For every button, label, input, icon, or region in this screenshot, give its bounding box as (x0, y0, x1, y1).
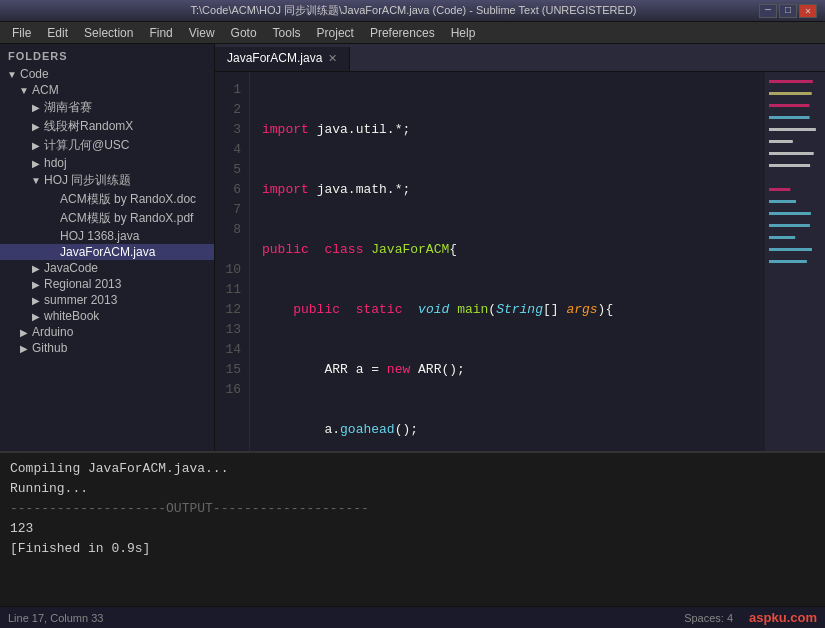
minimap (765, 72, 825, 451)
sidebar-item-hoj[interactable]: ▼ HOJ 同步训练题 (0, 171, 214, 190)
code-line-3: public class JavaForACM{ (262, 240, 753, 260)
tree-label-geo: 计算几何@USC (44, 137, 214, 154)
tree-label-summer: summer 2013 (44, 293, 214, 307)
content-area: FOLDERS ▼ Code ▼ ACM ▶ 湖南省赛 ▶ 线段树RandomX (0, 44, 825, 451)
tree-label-segment: 线段树RandomX (44, 118, 214, 135)
tab-javaforacm[interactable]: JavaForACM.java ✕ (215, 47, 350, 71)
window-title: T:\Code\ACM\HOJ 同步训练题\JavaForACM.java (C… (68, 3, 759, 18)
tree-label-hoj1368: HOJ 1368.java (60, 229, 214, 243)
sidebar-item-pdf1[interactable]: ACM模版 by RandoX.pdf (0, 209, 214, 228)
sidebar-item-segment[interactable]: ▶ 线段树RandomX (0, 117, 214, 136)
tree-label-whitebook: whiteBook (44, 309, 214, 323)
code-line-1: import java.util.*; (262, 120, 753, 140)
menu-help[interactable]: Help (443, 22, 484, 43)
line-numbers: 1 2 3 4 5 6 7 8 9 10 11 12 13 14 15 16 (215, 72, 250, 451)
sidebar-item-summer[interactable]: ▶ summer 2013 (0, 292, 214, 308)
tree-arrow-hdoj: ▶ (28, 158, 44, 169)
sidebar-item-code[interactable]: ▼ Code (0, 66, 214, 82)
tree-label-arduino: Arduino (32, 325, 214, 339)
tree-arrow-geo: ▶ (28, 140, 44, 151)
output-line-2: Running... (10, 479, 815, 499)
tab-bar: JavaForACM.java ✕ (215, 44, 825, 72)
watermark-aspku: aspku.com (749, 610, 817, 625)
menu-project[interactable]: Project (309, 22, 362, 43)
menu-preferences[interactable]: Preferences (362, 22, 443, 43)
tree-label-pdf1: ACM模版 by RandoX.pdf (60, 210, 214, 227)
tree-arrow-hunan: ▶ (28, 102, 44, 113)
code-editor[interactable]: import java.util.*; import java.math.*; … (250, 72, 765, 451)
code-line-6: a.goahead(); (262, 420, 753, 440)
sidebar-item-acm[interactable]: ▼ ACM (0, 82, 214, 98)
tree-arrow-hoj: ▼ (28, 175, 44, 186)
tree-label-javaforacm: JavaForACM.java (60, 245, 214, 259)
menu-view[interactable]: View (181, 22, 223, 43)
close-button[interactable]: ✕ (799, 4, 817, 18)
output-line-4: 123 (10, 519, 815, 539)
sidebar-item-hdoj[interactable]: ▶ hdoj (0, 155, 214, 171)
tree-arrow-summer: ▶ (28, 295, 44, 306)
menu-tools[interactable]: Tools (265, 22, 309, 43)
tree-arrow-javacode: ▶ (28, 263, 44, 274)
menu-file[interactable]: File (4, 22, 39, 43)
sidebar-item-hunan[interactable]: ▶ 湖南省赛 (0, 98, 214, 117)
tree-arrow-acm: ▼ (16, 85, 32, 96)
tree-label-regional: Regional 2013 (44, 277, 214, 291)
menu-find[interactable]: Find (141, 22, 180, 43)
menu-goto[interactable]: Goto (223, 22, 265, 43)
maximize-button[interactable]: □ (779, 4, 797, 18)
tree-label-acm: ACM (32, 83, 214, 97)
output-line-5: [Finished in 0.9s] (10, 539, 815, 559)
tree-arrow-code: ▼ (4, 69, 20, 80)
output-line-3: --------------------OUTPUT--------------… (10, 499, 815, 519)
status-position: Line 17, Column 33 (8, 612, 103, 624)
sidebar-item-arduino[interactable]: ▶ Arduino (0, 324, 214, 340)
sidebar-item-github[interactable]: ▶ Github (0, 340, 214, 356)
code-line-2: import java.math.*; (262, 180, 753, 200)
code-content[interactable]: 1 2 3 4 5 6 7 8 9 10 11 12 13 14 15 16 i… (215, 72, 825, 451)
tree-arrow-regional: ▶ (28, 279, 44, 290)
minimize-button[interactable]: ─ (759, 4, 777, 18)
status-bar: Line 17, Column 33 Spaces: 4 aspku.com (0, 606, 825, 628)
editor-area: JavaForACM.java ✕ 1 2 3 4 5 6 7 8 9 10 1… (215, 44, 825, 451)
status-spaces: Spaces: 4 (684, 612, 733, 624)
menu-selection[interactable]: Selection (76, 22, 141, 43)
tree-label-code: Code (20, 67, 214, 81)
tree-arrow-whitebook: ▶ (28, 311, 44, 322)
sidebar-tree: ▼ Code ▼ ACM ▶ 湖南省赛 ▶ 线段树RandomX ▶ 计算几何@… (0, 66, 214, 356)
tab-label: JavaForACM.java (227, 51, 322, 65)
tree-label-github: Github (32, 341, 214, 355)
sidebar-item-geo[interactable]: ▶ 计算几何@USC (0, 136, 214, 155)
menu-bar: File Edit Selection Find View Goto Tools… (0, 22, 825, 44)
sidebar-item-whitebook[interactable]: ▶ whiteBook (0, 308, 214, 324)
output-panel: Compiling JavaForACM.java... Running... … (0, 451, 825, 606)
sidebar-item-javacode[interactable]: ▶ JavaCode (0, 260, 214, 276)
tree-label-hoj: HOJ 同步训练题 (44, 172, 214, 189)
output-line-1: Compiling JavaForACM.java... (10, 459, 815, 479)
sidebar: FOLDERS ▼ Code ▼ ACM ▶ 湖南省赛 ▶ 线段树RandomX (0, 44, 215, 451)
sidebar-item-hoj1368[interactable]: HOJ 1368.java (0, 228, 214, 244)
tree-label-hunan: 湖南省赛 (44, 99, 214, 116)
tree-label-doc1: ACM模版 by RandoX.doc (60, 191, 214, 208)
sidebar-header: FOLDERS (0, 44, 214, 66)
sidebar-item-regional[interactable]: ▶ Regional 2013 (0, 276, 214, 292)
tree-arrow-arduino: ▶ (16, 327, 32, 338)
code-line-4: public static void main(String[] args){ (262, 300, 753, 320)
tree-arrow-github: ▶ (16, 343, 32, 354)
window-controls: ─ □ ✕ (759, 4, 817, 18)
tree-label-hdoj: hdoj (44, 156, 214, 170)
sidebar-item-doc1[interactable]: ACM模版 by RandoX.doc (0, 190, 214, 209)
tree-arrow-segment: ▶ (28, 121, 44, 132)
title-bar: T:\Code\ACM\HOJ 同步训练题\JavaForACM.java (C… (0, 0, 825, 22)
code-line-5: ARR a = new ARR(); (262, 360, 753, 380)
tab-close-button[interactable]: ✕ (328, 52, 337, 65)
menu-edit[interactable]: Edit (39, 22, 76, 43)
tree-label-javacode: JavaCode (44, 261, 214, 275)
sidebar-item-javaforacm[interactable]: JavaForACM.java (0, 244, 214, 260)
